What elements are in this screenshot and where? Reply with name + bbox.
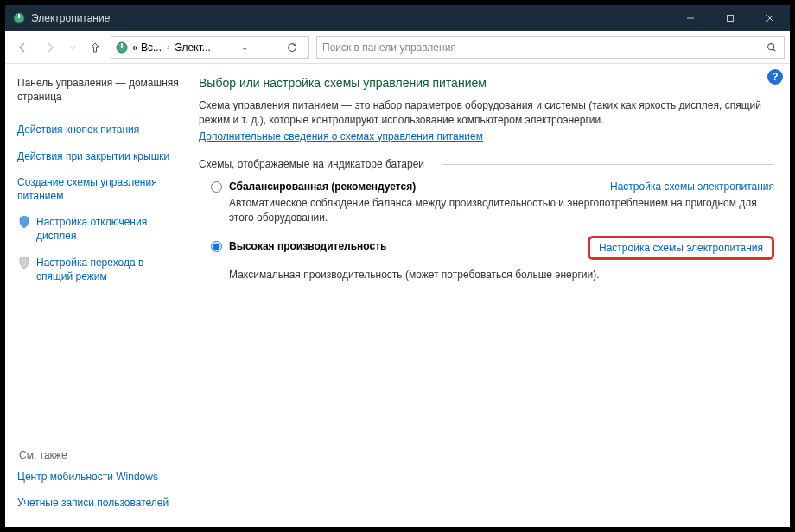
forward-button[interactable]: [38, 35, 62, 60]
recent-dropdown[interactable]: [66, 35, 80, 60]
power-options-icon: [115, 41, 129, 54]
plan-balanced-desc: Автоматическое соблюдение баланса между …: [229, 196, 774, 225]
refresh-button[interactable]: [279, 36, 305, 59]
plans-fieldset-label: Схемы, отображаемые на индикаторе батаре…: [199, 158, 774, 170]
search-input[interactable]: Поиск в панели управления: [316, 36, 785, 59]
address-bar[interactable]: « Вс... › Элект... ⌄: [111, 36, 309, 59]
svg-line-9: [773, 48, 776, 51]
svg-rect-3: [728, 16, 734, 22]
plan-balanced: Сбалансированная (рекомендуется) Настрой…: [199, 180, 774, 225]
svg-rect-7: [121, 43, 123, 48]
up-button[interactable]: [83, 35, 107, 60]
back-button[interactable]: [10, 35, 35, 60]
main-panel: ? Выбор или настройка схемы управления п…: [187, 64, 790, 527]
svg-rect-1: [18, 14, 20, 18]
sidebar-link-mobility[interactable]: Центр мобильности Windows: [17, 470, 180, 484]
see-also-label: См. также: [17, 449, 180, 461]
learn-more-link[interactable]: Дополнительные сведения о схемах управле…: [199, 130, 483, 142]
sidebar-link-create-plan[interactable]: Создание схемы управления питанием: [17, 175, 180, 203]
sidebar: Панель управления — домашняя страница Де…: [5, 64, 187, 527]
plan-high-perf-name[interactable]: Высокая производительность: [229, 240, 386, 252]
sidebar-link-sleep[interactable]: Настройка перехода в спящий режим: [17, 256, 180, 283]
shield-icon: [17, 215, 31, 229]
page-description: Схема управления питанием — это набор па…: [199, 98, 774, 129]
sidebar-link-lid[interactable]: Действия при закрытии крышки: [17, 149, 180, 163]
plan-high-performance: Высокая производительность Настройка схе…: [199, 240, 774, 282]
sidebar-link-accounts[interactable]: Учетные записи пользователей: [17, 496, 180, 510]
sidebar-link-display-off[interactable]: Настройка отключения дисплея: [17, 215, 180, 243]
breadcrumb-item[interactable]: « Вс...: [132, 41, 162, 54]
window-controls: [671, 5, 790, 31]
content-area: Панель управления — домашняя страница Де…: [5, 64, 790, 527]
help-icon[interactable]: ?: [767, 69, 783, 85]
plan-high-perf-desc: Максимальная производительность (может п…: [229, 268, 774, 282]
nav-toolbar: « Вс... › Элект... ⌄ Поиск в панели упра…: [5, 31, 790, 64]
plan-high-perf-configure-link[interactable]: Настройка схемы электропитания: [588, 236, 774, 260]
breadcrumb-item[interactable]: Элект...: [175, 41, 210, 54]
shield-icon: [17, 256, 31, 269]
search-placeholder: Поиск в панели управления: [322, 41, 456, 54]
power-options-icon: [12, 11, 26, 25]
sidebar-link-buttons[interactable]: Действия кнопок питания: [17, 123, 180, 136]
window-title: Электропитание: [31, 12, 110, 24]
maximize-button[interactable]: [710, 5, 750, 31]
close-button[interactable]: [750, 5, 790, 31]
window-frame: Электропитание « Вс... › Элект... ⌄: [0, 0, 795, 532]
plan-balanced-name[interactable]: Сбалансированная (рекомендуется): [229, 180, 416, 193]
sidebar-home-link[interactable]: Панель управления — домашняя страница: [17, 76, 180, 104]
plan-balanced-configure-link[interactable]: Настройка схемы электропитания: [610, 180, 774, 193]
search-icon: [765, 41, 779, 54]
titlebar: Электропитание: [5, 5, 790, 31]
address-dropdown[interactable]: ⌄: [237, 42, 252, 52]
minimize-button[interactable]: [671, 5, 710, 31]
svg-point-8: [768, 43, 774, 49]
chevron-right-icon: ›: [165, 42, 171, 52]
plan-balanced-radio[interactable]: [211, 181, 222, 193]
page-heading: Выбор или настройка схемы управления пит…: [199, 76, 774, 90]
plan-high-perf-radio[interactable]: [211, 241, 222, 252]
